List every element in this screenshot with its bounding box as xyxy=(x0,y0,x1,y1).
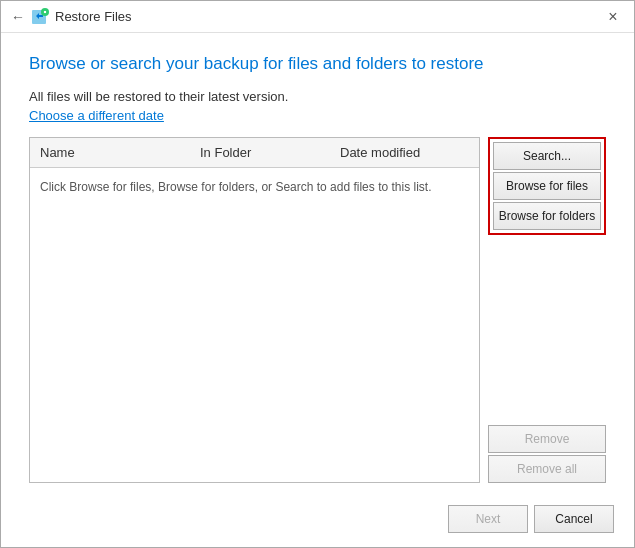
col-header-name: Name xyxy=(30,142,190,163)
main-area: Name In Folder Date modified Click Brows… xyxy=(29,137,606,483)
file-list-container: Name In Folder Date modified Click Brows… xyxy=(29,137,480,483)
search-button[interactable]: Search... xyxy=(493,142,601,170)
content-area: Browse or search your backup for files a… xyxy=(1,33,634,495)
col-header-date: Date modified xyxy=(330,142,460,163)
restore-icon xyxy=(31,8,49,26)
cancel-button[interactable]: Cancel xyxy=(534,505,614,533)
title-bar: ← Restore Files × xyxy=(1,1,634,33)
remove-button-area: Remove Remove all xyxy=(488,425,606,483)
primary-button-group: Search... Browse for files Browse for fo… xyxy=(488,137,606,235)
back-button[interactable]: ← xyxy=(11,9,25,25)
empty-message: Click Browse for files, Browse for folde… xyxy=(40,178,431,196)
next-button[interactable]: Next xyxy=(448,505,528,533)
title-bar-left: ← Restore Files xyxy=(11,8,132,26)
col-header-folder: In Folder xyxy=(190,142,330,163)
restore-files-window: ← Restore Files × Browse or search your … xyxy=(0,0,635,548)
browse-files-button[interactable]: Browse for files xyxy=(493,172,601,200)
right-panel: Search... Browse for files Browse for fo… xyxy=(488,137,606,483)
close-button[interactable]: × xyxy=(600,4,626,30)
window-title: Restore Files xyxy=(55,9,132,24)
sub-text: All files will be restored to their late… xyxy=(29,89,606,104)
browse-folders-button[interactable]: Browse for folders xyxy=(493,202,601,230)
page-heading: Browse or search your backup for files a… xyxy=(29,53,606,75)
remove-all-button[interactable]: Remove all xyxy=(488,455,606,483)
file-list-header: Name In Folder Date modified xyxy=(30,138,479,168)
footer: Next Cancel xyxy=(1,495,634,547)
remove-button[interactable]: Remove xyxy=(488,425,606,453)
file-list-body: Click Browse for files, Browse for folde… xyxy=(30,168,479,482)
choose-date-link[interactable]: Choose a different date xyxy=(29,108,606,123)
